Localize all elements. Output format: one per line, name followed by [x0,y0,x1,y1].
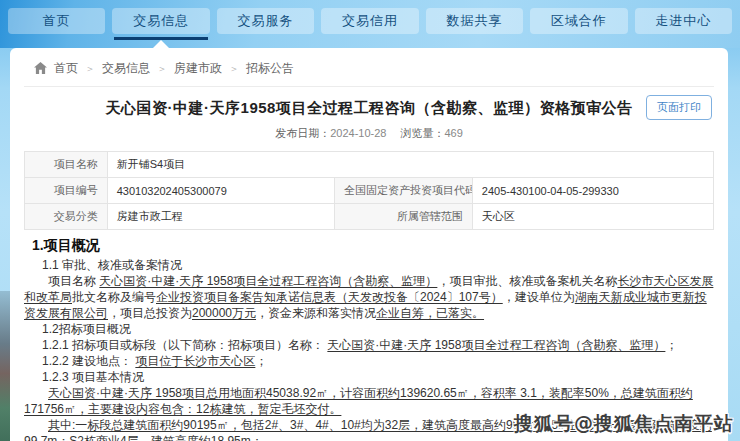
text-segment: ，项目总投资为 [108,306,192,320]
text-segment: ； [255,354,267,368]
jurisdiction-value: 天心区 [472,204,713,230]
publish-date-label: 发布日期： [275,127,330,139]
text-segment: 批文名称及编号 [72,290,156,304]
publish-meta: 发布日期：2024-10-28浏览量：469 [24,126,714,141]
category-label: 交易分类 [25,204,108,230]
breadcrumb-item-construction[interactable]: 房建市政 [174,60,222,77]
text-segment: 1.2招标项目概况 [42,322,131,336]
nav-tab-about-center[interactable]: 走进中心 [635,8,732,34]
top-navigation-bar: 首页 交易信息 交易服务 交易信用 数据共享 区域合作 走进中心 [0,0,740,48]
nav-tabs: 首页 交易信息 交易服务 交易信用 数据共享 区域合作 走进中心 [0,0,740,34]
print-page-button[interactable]: 页面打印 [646,95,712,120]
breadcrumb-item-home[interactable]: 首页 [54,60,78,77]
article-paragraph: 1.2招标项目概况 [24,321,714,337]
nav-tab-trade-credit[interactable]: 交易信用 [321,8,418,34]
underlined-text: 天心国资·中建·天序 1958项目全过程工程咨询（含勘察、监理） [99,274,437,288]
watermark: 搜狐号@搜狐焦点南平站 [514,411,734,437]
text-segment: 1.2.3 项目基本情况 [42,370,144,384]
text-segment: 1.1 审批、核准或备案情况 [42,258,182,272]
underlined-text: 项目位于长沙市天心区 [135,354,255,368]
section-heading: 1.项目概况 [32,237,714,253]
article-paragraph: 1.2.3 项目基本情况 [24,369,714,385]
breadcrumb-separator: ＞ [157,62,167,76]
text-segment: ，资金来源和落实情况 [256,306,376,320]
article-paragraph: 1.2.1 招标项目或标段（以下简称：招标项目）名称： 天心国资·中建·天序 1… [24,337,714,353]
background-scenery [0,291,10,441]
text-segment: ，建设单位为 [503,290,575,304]
text-segment: ，项目审批、核准或备案机关名称 [437,274,617,288]
underlined-text: 天心国资·中建·天序 1958项目全过程工程咨询（含勘察、监理） [327,338,665,352]
text-segment: 项目名称 [48,274,99,288]
category-value: 房建市政工程 [107,204,334,230]
project-name-label: 项目名称 [25,152,108,178]
article-paragraph: 1.2.2 建设地点： 项目位于长沙市天心区； [24,353,714,369]
table-row: 项目编号 430103202405300079 全国固定资产投资项目代码 240… [25,178,714,204]
project-number-value: 430103202405300079 [107,178,334,204]
article-paragraph: 项目名称 天心国资·中建·天序 1958项目全过程工程咨询（含勘察、监理），项目… [24,273,714,321]
content-panel: 首页 ＞ 交易信息 ＞ 房建市政 ＞ 招标公告 天心国资·中建·天序1958项目… [10,48,728,441]
project-info-table: 项目名称 新开铺S4项目 项目编号 430103202405300079 全国固… [24,151,714,230]
jurisdiction-label: 所属管辖范围 [335,204,473,230]
text-segment: ； [665,338,677,352]
text-segment: 1.2.1 招标项目或标段（以下简称：招标项目）名称： [42,338,327,352]
breadcrumb-separator: ＞ [85,62,95,76]
underlined-text: 企业自筹，已落实。 [376,306,484,320]
national-code-value: 2405-430100-04-05-299330 [472,178,713,204]
views-value: 469 [444,127,462,139]
publish-date-value: 2024-10-28 [330,127,386,139]
table-row: 交易分类 房建市政工程 所属管辖范围 天心区 [25,204,714,230]
project-number-label: 项目编号 [25,178,108,204]
underlined-text: 200000万元 [192,306,256,320]
project-name-value: 新开铺S4项目 [107,152,713,178]
article-paragraph: 1.1 审批、核准或备案情况 [24,257,714,273]
table-row: 项目名称 新开铺S4项目 [25,152,714,178]
breadcrumb-separator: ＞ [229,62,239,76]
breadcrumb-item-trade-info[interactable]: 交易信息 [102,60,150,77]
nav-tab-data-sharing[interactable]: 数据共享 [426,8,523,34]
page-title: 天心国资·中建·天序1958项目全过程工程咨询（含勘察、监理）资格预审公告 [88,98,650,117]
underlined-text: 企业投资项目备案告知承诺信息表（天发改投备〔2024〕107号） [156,290,503,304]
home-icon [34,62,47,74]
nav-tab-trade-info[interactable]: 交易信息 [112,8,209,34]
nav-tab-regional-cooperation[interactable]: 区域合作 [530,8,627,34]
views-label: 浏览量： [400,127,444,139]
breadcrumb-item-tender-notice[interactable]: 招标公告 [246,60,294,77]
breadcrumb: 首页 ＞ 交易信息 ＞ 房建市政 ＞ 招标公告 [24,55,714,87]
title-row: 天心国资·中建·天序1958项目全过程工程咨询（含勘察、监理）资格预审公告 页面… [24,98,714,117]
nav-tab-home[interactable]: 首页 [8,8,105,34]
nav-tab-trade-services[interactable]: 交易服务 [217,8,314,34]
national-code-label: 全国固定资产投资项目代码 [335,178,473,204]
text-segment: 1.2.2 建设地点： [42,354,135,368]
